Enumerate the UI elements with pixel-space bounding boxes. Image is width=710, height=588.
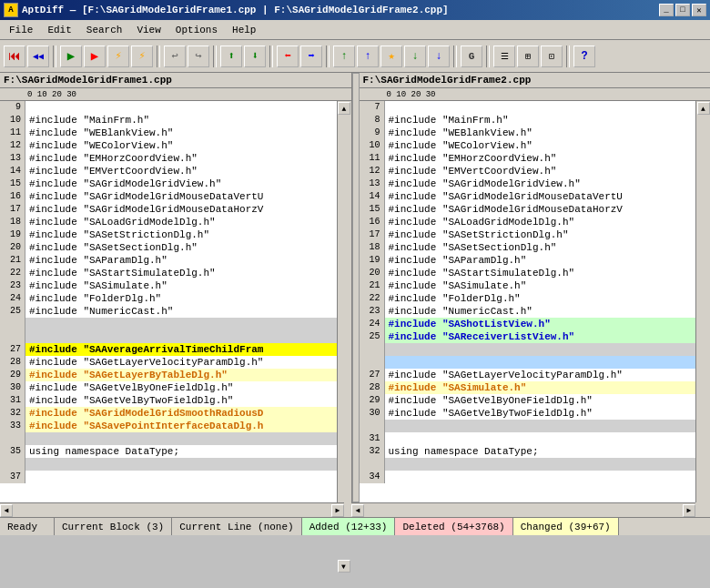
right-scroll-left-btn[interactable]: ◀ <box>351 504 364 517</box>
toolbar-btn-4[interactable]: ▶ <box>84 46 106 67</box>
line-number: 30 <box>360 407 385 420</box>
status-line: Current Line (none) <box>172 518 301 535</box>
title-bar-left: A AptDiff — [F:\SAGridModelGridFrame1.cp… <box>4 3 449 17</box>
right-code-scroll: 78#include "MainFrm.h"9#include "WEBlank… <box>360 101 711 502</box>
line-number: 20 <box>0 241 25 254</box>
table-row: 32#include "SAGridModelGridSmoothRadious… <box>0 407 337 420</box>
table-row: 22#include "FolderDlg.h" <box>360 292 696 305</box>
toolbar-sep-3 <box>213 46 217 67</box>
table-row: 23#include "NumericCast.h" <box>360 305 696 318</box>
line-number: 21 <box>0 254 25 267</box>
table-row <box>360 343 696 356</box>
toolbar-btn-10[interactable]: ⬇ <box>244 46 266 67</box>
toolbar-btn-13[interactable]: ↑ <box>333 46 355 67</box>
line-content: using namespace DataType; <box>385 445 696 458</box>
toolbar-btn-8[interactable]: ↪ <box>188 46 209 67</box>
table-row: 13#include "SAGridModelGridView.h" <box>360 177 696 190</box>
line-number: 14 <box>360 190 385 203</box>
line-content: #include "MainFrm.h" <box>25 114 337 127</box>
toolbar-btn-15[interactable]: ★ <box>380 46 402 67</box>
minimize-button[interactable]: _ <box>659 4 674 16</box>
line-content: #include "SAParamDlg.h" <box>25 254 337 267</box>
left-scroll-left-btn[interactable]: ◀ <box>0 504 13 517</box>
table-row <box>360 458 696 471</box>
toolbar-btn-3[interactable]: ▶ <box>60 46 82 67</box>
table-row: 12#include "WEColorView.h" <box>0 139 337 152</box>
toolbar-btn-14[interactable]: ↑ <box>357 46 379 67</box>
line-number: 11 <box>0 127 25 139</box>
toolbar-btn-5[interactable]: ⚡ <box>107 46 129 67</box>
left-vscroll[interactable]: ▲ ▼ <box>337 101 351 502</box>
table-row: 23#include "SASimulate.h" <box>0 279 337 292</box>
left-hscroll[interactable]: ◀ ▶ <box>0 502 344 517</box>
line-content: #include "SASavePointInterfaceDataDlg.h <box>25 420 337 432</box>
close-button[interactable]: ✕ <box>692 4 706 16</box>
table-row <box>360 420 696 432</box>
toolbar-btn-2[interactable]: ◀◀ <box>27 46 49 67</box>
line-content: #include "SAGetLayerByTableDlg.h" <box>25 369 337 381</box>
toolbar-sep-8 <box>566 46 570 67</box>
menu-file[interactable]: File <box>2 21 40 39</box>
toolbar-btn-6[interactable]: ⚡ <box>131 46 153 67</box>
menu-edit[interactable]: Edit <box>40 21 78 39</box>
table-row: 15#include "SAGridModelGridMouseDataHorz… <box>360 203 696 216</box>
menu-bar: File Edit Search View Options Help <box>0 20 710 40</box>
line-content: #include "SAReceiverListView.h" <box>385 330 696 343</box>
line-content <box>25 318 337 330</box>
menu-help[interactable]: Help <box>225 21 263 39</box>
line-number: 19 <box>360 254 385 267</box>
table-row: 28#include "SASimulate.h" <box>360 381 696 394</box>
toolbar-sep-1 <box>53 46 56 67</box>
line-number: 20 <box>360 267 385 279</box>
toolbar-btn-view2[interactable]: ⊞ <box>517 46 539 67</box>
left-scroll-right-btn[interactable]: ▶ <box>331 504 344 517</box>
line-number: 21 <box>360 279 385 292</box>
scroll-up-btn[interactable]: ▲ <box>338 102 350 115</box>
menu-search[interactable]: Search <box>79 21 130 39</box>
line-content <box>25 330 337 343</box>
table-row <box>0 432 337 445</box>
right-vscroll[interactable]: ▲ <box>695 101 710 502</box>
line-content: #include "SAGetVelByTwoFieldDlg.h" <box>25 394 337 407</box>
line-number: 29 <box>360 394 385 407</box>
line-number: 14 <box>0 165 25 177</box>
table-row: 21#include "SAParamDlg.h" <box>0 254 337 267</box>
toolbar-btn-18[interactable]: G <box>461 46 482 67</box>
table-row: 18#include "SALoadGridModelDlg.h" <box>0 216 337 228</box>
line-number: 11 <box>360 152 385 165</box>
toolbar-btn-7[interactable]: ↩ <box>164 46 186 67</box>
toolbar-btn-9[interactable]: ⬆ <box>220 46 242 67</box>
table-row: 21#include "SASimulate.h" <box>360 279 696 292</box>
line-number: 25 <box>0 305 25 318</box>
line-number: 27 <box>360 369 385 381</box>
line-content: #include "SAGridModelGridMouseDataHorzV <box>25 203 337 216</box>
maximize-button[interactable]: □ <box>675 4 690 16</box>
toolbar-btn-help[interactable]: ? <box>573 46 595 67</box>
line-content: #include "SAGetVelByOneFieldDlg.h" <box>25 381 337 394</box>
toolbar-btn-12[interactable]: ➡ <box>300 46 322 67</box>
toolbar-btn-17[interactable]: ↓ <box>428 46 450 67</box>
toolbar-btn-1[interactable]: ⏮ <box>4 46 25 67</box>
right-hscroll[interactable]: ◀ ▶ <box>351 502 695 517</box>
line-content <box>385 101 696 114</box>
table-row: 16#include "SALoadGridModelDlg.h" <box>360 216 696 228</box>
line-number: 18 <box>0 216 25 228</box>
line-number: 13 <box>0 152 25 165</box>
line-content: #include "SASimulate.h" <box>385 381 696 394</box>
line-number: 35 <box>0 445 25 458</box>
menu-view[interactable]: View <box>129 21 167 39</box>
table-row: 7 <box>360 101 696 114</box>
toolbar-btn-view1[interactable]: ☰ <box>493 46 515 67</box>
toolbar-btn-view3[interactable]: ⊡ <box>541 46 563 67</box>
toolbar-btn-16[interactable]: ↓ <box>404 46 426 67</box>
table-row: 8#include "MainFrm.h" <box>360 114 696 127</box>
menu-options[interactable]: Options <box>168 21 225 39</box>
table-row: 10#include "MainFrm.h" <box>0 114 337 127</box>
left-panel: F:\SAGridModelGridFrame1.cpp 0 10 20 30 … <box>0 73 352 502</box>
line-number: 15 <box>360 203 385 216</box>
line-number: 24 <box>360 318 385 330</box>
table-row: 11#include "WEBlankView.h" <box>0 127 337 139</box>
toolbar-btn-11[interactable]: ⬅ <box>277 46 299 67</box>
right-scroll-right-btn[interactable]: ▶ <box>683 504 695 517</box>
right-scroll-up-btn[interactable]: ▲ <box>697 102 710 115</box>
